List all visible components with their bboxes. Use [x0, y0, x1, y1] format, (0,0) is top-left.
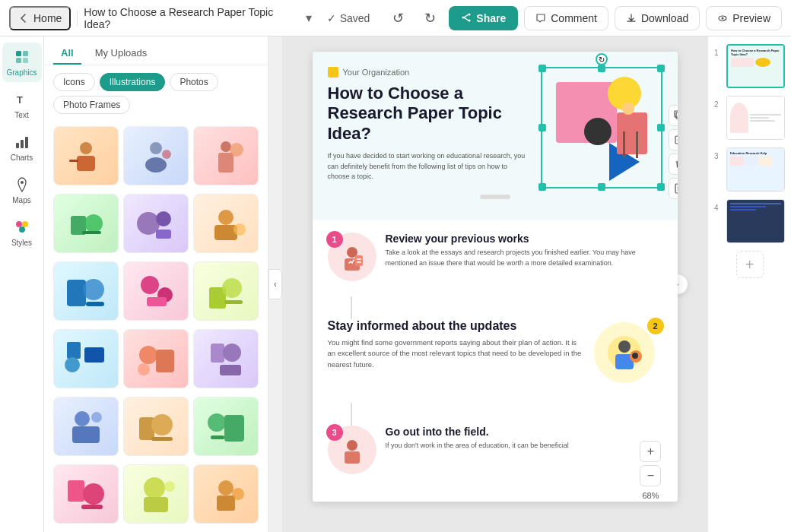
sidebar-item-text[interactable]: T Text [2, 85, 42, 125]
element-tool-more[interactable] [669, 178, 678, 199]
filter-icons[interactable]: Icons [53, 73, 95, 91]
list-item[interactable] [53, 397, 119, 456]
svg-point-27 [84, 214, 103, 233]
element-toolbar [669, 105, 678, 199]
share-button[interactable]: Share [449, 6, 518, 30]
sidebar-item-maps[interactable]: Maps [2, 170, 42, 210]
slide-thumbnail-1[interactable]: How to Choose a Research Paper Topic Ide… [726, 44, 785, 88]
list-item[interactable] [193, 329, 259, 388]
list-item[interactable] [123, 126, 189, 185]
filter-photo-frames[interactable]: Photo Frames [53, 96, 130, 114]
list-item[interactable] [53, 194, 119, 253]
handle-bm[interactable] [598, 183, 605, 191]
handle-tl[interactable] [538, 65, 546, 72]
filter-photos[interactable]: Photos [170, 73, 218, 91]
home-label: Home [33, 12, 62, 24]
svg-point-93 [347, 440, 357, 451]
tab-all[interactable]: All [53, 43, 81, 65]
svg-rect-87 [357, 261, 361, 263]
zoom-out-button[interactable]: − [640, 465, 661, 486]
step-number-1: 1 [326, 231, 343, 248]
illustration-img [203, 268, 249, 314]
saved-button[interactable]: ✓ Saved [318, 7, 380, 30]
handle-br[interactable] [657, 183, 665, 191]
slide-thumbnail-2[interactable] [726, 96, 785, 140]
home-button[interactable]: Home [9, 6, 71, 30]
list-item[interactable] [193, 464, 259, 524]
slide-canvas: Your Organization How to Choose a Resear… [313, 52, 678, 502]
comment-button[interactable]: Comment [524, 6, 608, 30]
slide-header-image[interactable]: ↻ [541, 67, 662, 188]
list-item[interactable] [123, 261, 189, 321]
svg-rect-54 [72, 426, 100, 443]
svg-rect-60 [224, 415, 244, 442]
slide-thumbnail-3[interactable]: Education Research Help [726, 147, 785, 192]
download-label: Download [641, 12, 688, 24]
element-tool-copy[interactable] [669, 105, 678, 126]
svg-point-89 [618, 340, 631, 353]
list-item[interactable] [123, 397, 189, 456]
list-item[interactable] [53, 126, 119, 185]
preview-button[interactable]: Preview [706, 6, 782, 30]
svg-point-45 [65, 357, 80, 372]
text-icon: T [14, 91, 30, 108]
element-tool-duplicate[interactable] [669, 129, 678, 150]
list-item[interactable] [193, 261, 259, 321]
resize-bar[interactable] [480, 195, 510, 199]
handle-tm[interactable] [598, 65, 605, 72]
org-badge: Your Organization [328, 67, 532, 78]
comment-label: Comment [551, 12, 597, 24]
zoom-in-button[interactable]: + [640, 441, 661, 462]
charts-icon [14, 134, 30, 150]
sidebar-item-charts[interactable]: Charts [2, 128, 42, 167]
list-item[interactable] [123, 329, 189, 388]
step-connector-1 [351, 296, 352, 319]
handle-ml[interactable] [538, 124, 546, 131]
svg-rect-7 [16, 58, 21, 63]
element-tool-delete[interactable] [669, 154, 678, 175]
step-item-2: Stay informed about the updates You migh… [328, 319, 662, 388]
list-item[interactable] [193, 397, 259, 456]
svg-rect-37 [86, 302, 104, 306]
rotation-handle[interactable]: ↻ [596, 53, 608, 65]
sidebar-item-graphics[interactable]: Graphics [2, 43, 42, 82]
list-item[interactable] [53, 329, 119, 388]
illustration-grid [44, 122, 268, 532]
list-item[interactable] [53, 261, 119, 321]
title-chevron-icon[interactable]: ▾ [306, 11, 312, 25]
svg-point-0 [469, 13, 471, 15]
svg-rect-28 [82, 231, 101, 234]
list-item[interactable] [53, 464, 119, 524]
step-number-2: 2 [647, 318, 664, 334]
download-button[interactable]: Download [615, 6, 700, 30]
saved-label: Saved [340, 12, 370, 24]
slide-main-title: How to Choose a Research Paper Topic Ide… [328, 84, 532, 144]
filter-illustrations[interactable]: Illustrations [100, 73, 166, 91]
org-badge-icon [328, 67, 338, 78]
illustration-img [63, 133, 109, 179]
undo-button[interactable]: ↺ [385, 5, 411, 31]
slide-thumbnail-4[interactable] [726, 199, 785, 243]
add-slide-button[interactable]: + [736, 251, 764, 278]
svg-rect-5 [16, 51, 21, 56]
slide-text-column: Your Organization How to Choose a Resear… [328, 67, 532, 188]
handle-bl[interactable] [538, 183, 546, 191]
redo-button[interactable]: ↻ [417, 5, 443, 31]
svg-point-20 [150, 142, 162, 154]
svg-point-22 [162, 150, 171, 159]
list-item[interactable] [193, 126, 259, 185]
list-item[interactable] [123, 464, 189, 524]
panel-collapse-button[interactable]: ‹ [268, 269, 282, 299]
handle-tr[interactable] [657, 65, 665, 72]
tab-uploads[interactable]: My Uploads [87, 43, 155, 65]
sidebar-item-styles[interactable]: Styles [2, 213, 42, 252]
sidebar-label-charts: Charts [11, 154, 33, 162]
list-item[interactable] [123, 194, 189, 253]
list-item[interactable] [193, 194, 259, 253]
step-title-2: Stay informed about the updates [328, 319, 585, 333]
svg-point-53 [75, 411, 90, 426]
svg-rect-50 [211, 344, 224, 363]
handle-mr[interactable] [657, 124, 665, 131]
svg-rect-8 [23, 58, 28, 63]
filter-pills: Icons Illustrations Photos Photo Frames [44, 65, 268, 122]
